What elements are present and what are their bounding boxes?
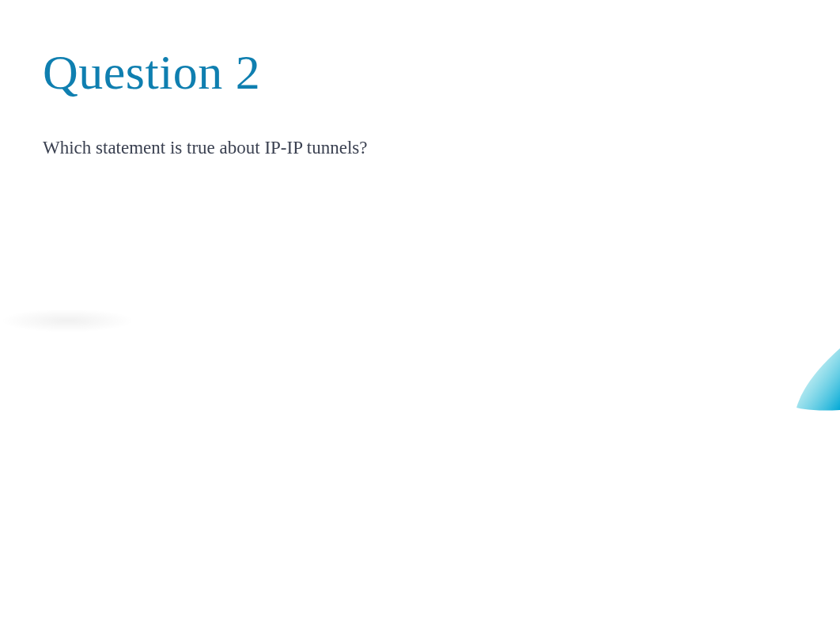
question-title: Question 2 — [43, 44, 797, 101]
question-text: Which statement is true about IP-IP tunn… — [43, 135, 797, 161]
question-content: Question 2 Which statement is true about… — [0, 0, 840, 205]
decorative-shadow — [0, 309, 134, 332]
decorative-swoosh — [793, 348, 840, 420]
